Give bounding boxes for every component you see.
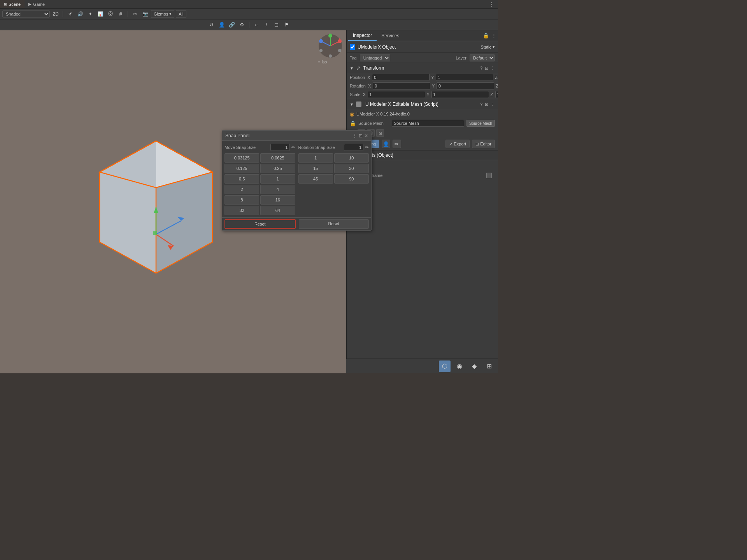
move-edit-btn[interactable]: ✏ <box>291 145 295 150</box>
camera-btn[interactable]: 📷 <box>141 10 149 18</box>
tool-person-btn[interactable]: 👤 <box>382 140 390 148</box>
transform-icon: ⤢ <box>356 65 361 71</box>
tabs-menu-btn[interactable]: ⋮ <box>487 1 496 7</box>
rotation-edit-btn[interactable]: ✏ <box>365 145 369 150</box>
scale-label: Scale <box>350 92 361 97</box>
move-val-1[interactable]: 0.0625 <box>260 153 295 163</box>
person-btn[interactable]: 👤 <box>217 21 226 29</box>
layer-select[interactable]: Default <box>470 54 495 61</box>
rot-x-input[interactable] <box>373 82 430 89</box>
snap-panel: Snap Panel ⋮ ⊡ ✕ Move Snap Size ✏ 0.0312… <box>222 130 372 231</box>
transform-header[interactable]: ▼ ⤢ Transform ? ⊡ ⋮ <box>347 63 498 73</box>
snap-close-btn[interactable]: ✕ <box>364 133 368 138</box>
transform-help-btn[interactable]: ? <box>480 66 482 71</box>
bb-cube-icon[interactable]: ⬡ <box>439 360 451 372</box>
snap-menu-btn[interactable]: ⋮ <box>352 133 357 138</box>
hide-wireframe-checkbox[interactable] <box>486 173 492 178</box>
grid-snap-btn[interactable]: # <box>116 10 125 18</box>
move-size-label: Move Snap Size <box>224 145 269 150</box>
rot-val-4[interactable]: 45 <box>298 174 333 184</box>
axis-gizmo[interactable]: X Y Z ≡ Iso <box>318 33 343 64</box>
pos-y-label: Y <box>431 75 435 80</box>
rot-val-5[interactable]: 90 <box>334 174 369 184</box>
tag-select[interactable]: Untagged <box>360 54 390 61</box>
all-dropdown[interactable]: All <box>176 10 186 18</box>
move-val-10[interactable]: 32 <box>224 206 259 215</box>
bb-sphere-icon[interactable]: ◉ <box>454 360 465 372</box>
stats-btn[interactable]: 📊 <box>96 10 105 18</box>
inspector-menu-icon[interactable]: ⋮ <box>491 33 496 38</box>
main-toolbar: ShadedWireframeShaded Wireframe 2D ☀ 🔊 ✦… <box>0 9 498 19</box>
grid-view-3[interactable]: ⊠ <box>376 129 384 137</box>
move-btn[interactable]: ✂ <box>131 10 139 18</box>
source-mesh-btn[interactable]: Source Mesh <box>466 120 495 127</box>
gizmos-label: Gizmos <box>154 12 168 16</box>
snap-panel-header[interactable]: Snap Panel ⋮ ⊡ ✕ <box>222 131 371 141</box>
rot-x-label: X <box>368 84 372 88</box>
rot-val-0[interactable]: 1 <box>298 153 333 163</box>
cube-3d <box>84 118 228 286</box>
move-size-input[interactable] <box>270 144 290 151</box>
2d-toggle-btn[interactable]: 2D <box>51 10 60 18</box>
rot-val-3[interactable]: 30 <box>334 164 369 173</box>
source-mesh-label: Source Mesh <box>358 121 389 126</box>
editor-btn[interactable]: ⊡ Editor <box>472 140 495 148</box>
transform-menu-btn[interactable]: ⋮ <box>491 66 495 71</box>
pos-x-input[interactable] <box>372 74 430 81</box>
move-val-2[interactable]: 0.125 <box>224 164 259 173</box>
audio-btn[interactable]: 🔊 <box>76 10 84 18</box>
rot-val-1[interactable]: 10 <box>334 153 369 163</box>
scale-y-input[interactable] <box>431 91 489 98</box>
gizmos-dropdown[interactable]: Gizmos ▾ <box>151 10 174 18</box>
script-help-btn[interactable]: ? <box>480 102 482 107</box>
source-mesh-field[interactable]: Source Mesh <box>392 120 464 127</box>
lighting-btn[interactable]: ☀ <box>66 10 74 18</box>
pos-y-input[interactable] <box>436 74 493 81</box>
rot-val-2[interactable]: 15 <box>298 164 333 173</box>
rotation-size-input[interactable] <box>344 144 363 151</box>
fx-btn[interactable]: ✦ <box>86 10 95 18</box>
shape-btn[interactable]: ◻ <box>272 21 281 29</box>
tool-pen-btn[interactable]: ✏ <box>393 140 401 148</box>
move-val-7[interactable]: 4 <box>260 185 295 194</box>
tab-scene-label: Scene <box>9 2 21 7</box>
tab-inspector[interactable]: Inspector <box>348 30 377 41</box>
transform-preset-btn[interactable]: ⊡ <box>485 66 488 71</box>
snap-reset-left-btn[interactable]: Reset <box>224 219 296 229</box>
bb-grid-icon[interactable]: ⊞ <box>483 360 495 372</box>
tab-game[interactable]: ▶ Game <box>25 0 49 8</box>
move-val-9[interactable]: 16 <box>260 195 295 205</box>
circle-btn[interactable]: ○ <box>252 21 261 29</box>
scene-tab-icon: ⊞ <box>4 2 7 6</box>
tab-services[interactable]: Services <box>377 30 404 41</box>
object-active-checkbox[interactable] <box>350 44 355 50</box>
script-menu-btn[interactable]: ⋮ <box>491 102 495 107</box>
settings-btn[interactable]: ⚙ <box>238 21 246 29</box>
scale-z-input[interactable] <box>495 91 498 98</box>
tab-scene[interactable]: ⊞ Scene <box>0 0 25 8</box>
bb-diamond-icon[interactable]: ◆ <box>468 360 480 372</box>
export-icon: ↗ <box>449 142 452 147</box>
move-val-8[interactable]: 8 <box>224 195 259 205</box>
count-btn[interactable]: ⓪ <box>106 10 115 18</box>
move-val-3[interactable]: 0.25 <box>260 164 295 173</box>
move-val-4[interactable]: 0.5 <box>224 174 259 184</box>
script-header[interactable]: ▼ U Modeler X Editable Mesh (Script) ? ⊡… <box>347 99 498 109</box>
inspector-lock-icon[interactable]: 🔒 <box>483 33 489 38</box>
link-btn[interactable]: 🔗 <box>228 21 236 29</box>
shading-select[interactable]: ShadedWireframeShaded Wireframe <box>2 10 50 18</box>
export-btn[interactable]: ↗ Export <box>445 140 470 148</box>
snap-maximize-btn[interactable]: ⊡ <box>359 133 363 138</box>
static-dropdown[interactable]: Static ▾ <box>480 44 495 49</box>
move-val-0[interactable]: 0.03125 <box>224 153 259 163</box>
pen-btn[interactable]: / <box>262 21 271 29</box>
move-val-5[interactable]: 1 <box>260 174 295 184</box>
refresh-btn[interactable]: ↺ <box>207 21 216 29</box>
scale-x-input[interactable] <box>368 91 425 98</box>
snap-reset-right-btn[interactable]: Reset <box>299 219 369 229</box>
flag-btn[interactable]: ⚑ <box>282 21 291 29</box>
move-val-6[interactable]: 2 <box>224 185 259 194</box>
rot-y-input[interactable] <box>437 82 494 89</box>
script-preset-btn[interactable]: ⊡ <box>485 102 488 107</box>
move-val-11[interactable]: 64 <box>260 206 295 215</box>
